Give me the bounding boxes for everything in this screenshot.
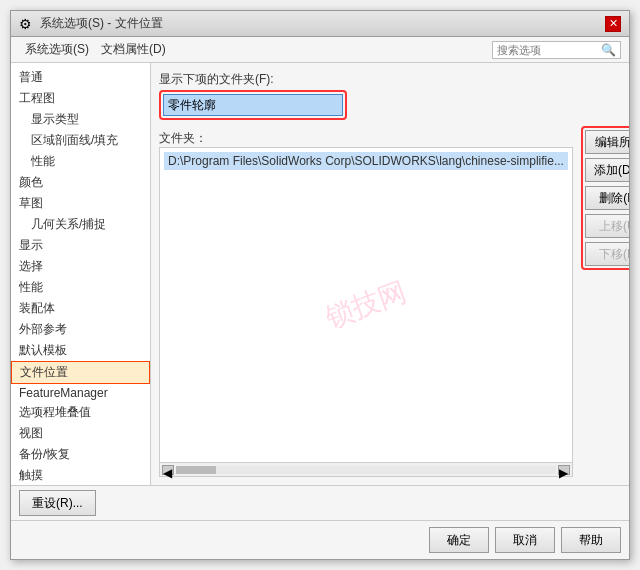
remove-button[interactable]: 删除(E): [585, 186, 629, 210]
main-panel: 显示下项的文件夹(F): 零件轮廓 文件夹： 锁技网 D:\Program Fi…: [151, 63, 629, 485]
sidebar-item-选择[interactable]: 选择: [11, 256, 150, 277]
scrollbar-thumb[interactable]: [176, 466, 216, 474]
sidebar-item-区域剖面线[interactable]: 区域剖面线/填充: [11, 130, 150, 151]
edit-all-button[interactable]: 编辑所有: [585, 130, 629, 154]
help-button[interactable]: 帮助: [561, 527, 621, 553]
sidebar-item-触摸[interactable]: 触摸: [11, 465, 150, 485]
files-row: 文件夹： 锁技网 D:\Program Files\SolidWorks Cor…: [159, 126, 629, 477]
add-button[interactable]: 添加(D)...: [585, 158, 629, 182]
footer: 确定 取消 帮助: [11, 520, 629, 559]
sidebar-item-选项程堆叠值[interactable]: 选项程堆叠值: [11, 402, 150, 423]
sidebar-item-备份恢复[interactable]: 备份/恢复: [11, 444, 150, 465]
menu-doc-props[interactable]: 文档属性(D): [95, 39, 172, 60]
move-up-button[interactable]: 上移(U): [585, 214, 629, 238]
show-files-label: 显示下项的文件夹(F):: [159, 71, 629, 88]
dialog: ⚙ 系统选项(S) - 文件位置 ✕ 系统选项(S) 文档属性(D) 🔍 普通 …: [10, 10, 630, 560]
sidebar-item-featuremanager[interactable]: FeatureManager: [11, 384, 150, 402]
sidebar-item-草图[interactable]: 草图: [11, 193, 150, 214]
ok-button[interactable]: 确定: [429, 527, 489, 553]
sidebar-item-默认模板[interactable]: 默认模板: [11, 340, 150, 361]
scroll-left-btn[interactable]: ◀: [162, 465, 174, 475]
horizontal-scrollbar[interactable]: ◀ ▶: [159, 463, 573, 477]
sidebar-item-显示类型[interactable]: 显示类型: [11, 109, 150, 130]
dropdown-highlighted-border: 零件轮廓: [159, 90, 347, 120]
file-path-item[interactable]: D:\Program Files\SolidWorks Corp\SOLIDWO…: [164, 152, 568, 170]
sidebar-item-装配体[interactable]: 装配体: [11, 298, 150, 319]
files-label: 文件夹：: [159, 130, 573, 147]
sidebar-item-外部参考[interactable]: 外部参考: [11, 319, 150, 340]
buttons-highlighted-border: 编辑所有 添加(D)... 删除(E) 上移(U) 下移(N): [581, 126, 629, 270]
menu-system-options[interactable]: 系统选项(S): [19, 39, 95, 60]
content-area: 普通 工程图 显示类型 区域剖面线/填充 性能 颜色 草图 几何关系/捕捉 显示…: [11, 63, 629, 485]
cancel-button[interactable]: 取消: [495, 527, 555, 553]
sidebar-item-颜色[interactable]: 颜色: [11, 172, 150, 193]
search-icon: 🔍: [601, 43, 616, 57]
reset-button[interactable]: 重设(R)...: [19, 490, 96, 516]
title-bar: ⚙ 系统选项(S) - 文件位置 ✕: [11, 11, 629, 37]
title-bar-left: ⚙ 系统选项(S) - 文件位置: [19, 15, 163, 32]
sidebar-item-性能1[interactable]: 性能: [11, 151, 150, 172]
file-type-dropdown[interactable]: 零件轮廓: [163, 94, 343, 116]
move-down-button[interactable]: 下移(N): [585, 242, 629, 266]
sidebar-item-几何关系[interactable]: 几何关系/捕捉: [11, 214, 150, 235]
sidebar-item-普通[interactable]: 普通: [11, 67, 150, 88]
sidebar-item-视图[interactable]: 视图: [11, 423, 150, 444]
search-container: 🔍: [492, 41, 621, 59]
scrollbar-track: [176, 466, 556, 474]
title-text: 系统选项(S) - 文件位置: [40, 15, 163, 32]
search-input[interactable]: [497, 44, 597, 56]
right-buttons: 编辑所有 添加(D)... 删除(E) 上移(U) 下移(N): [581, 126, 629, 477]
close-button[interactable]: ✕: [605, 16, 621, 32]
watermark: 锁技网: [320, 273, 412, 337]
files-path-area[interactable]: 锁技网 D:\Program Files\SolidWorks Corp\SOL…: [159, 147, 573, 463]
files-column: 文件夹： 锁技网 D:\Program Files\SolidWorks Cor…: [159, 126, 573, 477]
scroll-right-btn[interactable]: ▶: [558, 465, 570, 475]
sidebar-item-性能2[interactable]: 性能: [11, 277, 150, 298]
menu-bar: 系统选项(S) 文档属性(D): [19, 39, 172, 60]
sidebar: 普通 工程图 显示类型 区域剖面线/填充 性能 颜色 草图 几何关系/捕捉 显示…: [11, 63, 151, 485]
reset-area: 重设(R)...: [11, 485, 629, 520]
sidebar-item-文件位置[interactable]: 文件位置: [11, 361, 150, 384]
show-files-row: 显示下项的文件夹(F): 零件轮廓: [159, 71, 629, 120]
sidebar-item-显示[interactable]: 显示: [11, 235, 150, 256]
dialog-icon: ⚙: [19, 16, 32, 32]
sidebar-item-工程图[interactable]: 工程图: [11, 88, 150, 109]
